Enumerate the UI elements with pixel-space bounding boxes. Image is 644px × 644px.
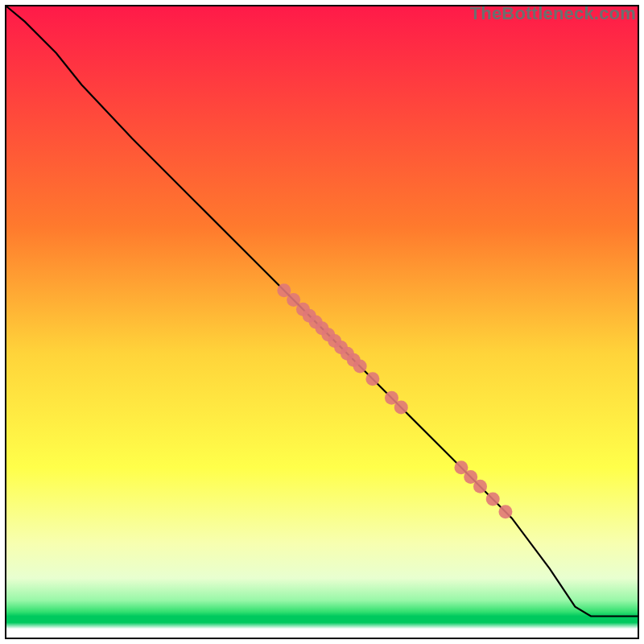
data-point [365,372,379,386]
chart-svg [0,0,644,644]
data-point [486,493,500,506]
data-point [473,480,487,493]
watermark-label: TheBottleneck.com [470,3,636,24]
data-point [394,401,408,415]
data-point [353,360,367,374]
data-point [498,505,512,518]
chart-container: TheBottleneck.com [0,0,644,644]
